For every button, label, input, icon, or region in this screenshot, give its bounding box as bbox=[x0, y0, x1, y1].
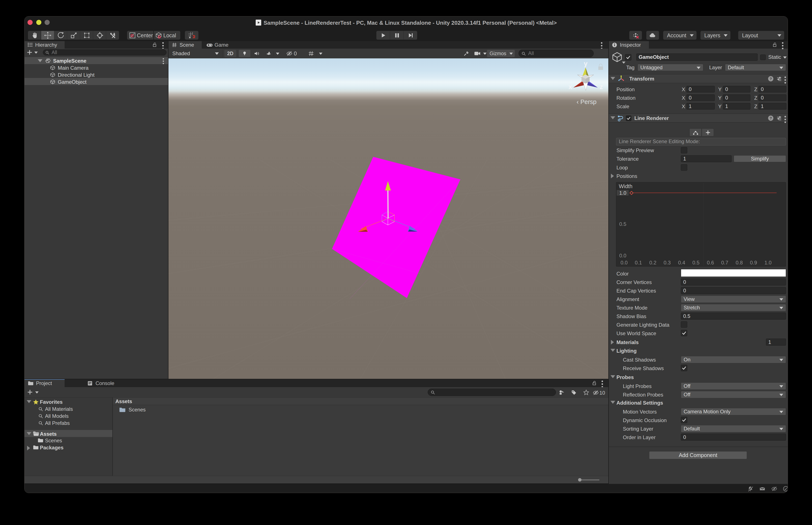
svg-text:‹ Persp: ‹ Persp bbox=[577, 99, 596, 105]
svg-text:?: ? bbox=[770, 116, 772, 120]
svg-text:?: ? bbox=[770, 77, 772, 81]
svg-text:z: z bbox=[600, 83, 603, 91]
svg-text:y: y bbox=[584, 60, 588, 68]
svg-text:x: x bbox=[568, 83, 572, 91]
svg-text:Y: Y bbox=[311, 54, 313, 56]
